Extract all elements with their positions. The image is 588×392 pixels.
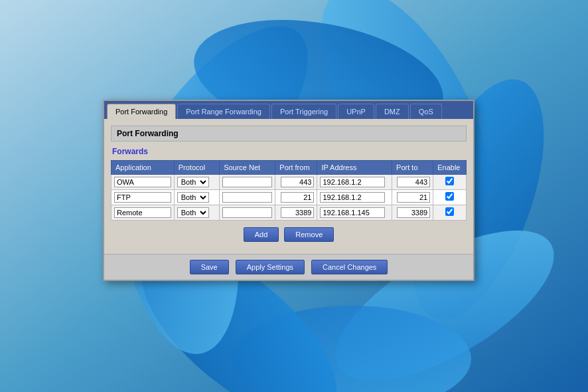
cell-ip-1 — [317, 175, 392, 190]
cell-ip-3 — [317, 205, 392, 221]
add-button[interactable]: Add — [244, 227, 279, 242]
add-remove-row: Add Remove — [111, 227, 467, 242]
select-protocol-1[interactable]: Both TCP UDP — [177, 177, 209, 187]
input-app-1[interactable] — [114, 177, 171, 187]
bottom-bar: Save Apply Settings Cancel Changes — [104, 254, 473, 280]
checkbox-enable-1[interactable] — [445, 177, 454, 185]
cell-protocol-2: Both TCP UDP — [174, 190, 219, 205]
cell-enable-2 — [433, 190, 467, 205]
input-portfrom-1[interactable] — [281, 177, 314, 187]
svg-point-4 — [232, 306, 471, 392]
tab-qos[interactable]: QoS — [410, 104, 442, 119]
remove-button[interactable]: Remove — [284, 227, 334, 242]
input-portfrom-2[interactable] — [281, 192, 314, 203]
cell-enable-1 — [433, 175, 467, 190]
cell-portto-1 — [392, 175, 433, 190]
cell-protocol-3: Both TCP UDP — [174, 205, 219, 221]
cell-app-2 — [111, 190, 175, 205]
col-header-enable: Enable — [433, 161, 467, 175]
col-header-port-from: Port from — [275, 161, 317, 175]
input-app-2[interactable] — [114, 192, 171, 203]
table-row: Both TCP UDP — [111, 205, 467, 221]
input-portto-2[interactable] — [397, 192, 430, 203]
cell-ip-2 — [317, 190, 392, 205]
input-portfrom-3[interactable] — [281, 207, 314, 218]
cell-app-1 — [111, 175, 175, 190]
tab-port-triggering[interactable]: Port Triggering — [271, 104, 336, 119]
cell-app-3 — [111, 205, 175, 221]
tab-bar: Port Forwarding Port Range Forwarding Po… — [104, 101, 473, 119]
input-srcnet-1[interactable] — [222, 177, 272, 187]
table-row: Both TCP UDP — [111, 190, 467, 205]
cell-enable-3 — [433, 205, 467, 221]
checkbox-enable-2[interactable] — [445, 192, 454, 201]
cell-srcnet-2 — [220, 190, 275, 205]
col-header-ip-address: IP Address — [317, 161, 392, 175]
input-portto-3[interactable] — [397, 207, 430, 218]
cell-portfrom-1 — [275, 175, 317, 190]
section-title: Port Forwarding — [111, 126, 467, 142]
forwards-label: Forwards — [111, 147, 467, 156]
save-button[interactable]: Save — [190, 260, 229, 274]
tab-port-range-forwarding[interactable]: Port Range Forwarding — [177, 104, 270, 119]
cell-portto-3 — [392, 205, 433, 221]
input-srcnet-2[interactable] — [222, 192, 272, 203]
input-srcnet-3[interactable] — [222, 207, 272, 218]
select-protocol-3[interactable]: Both TCP UDP — [177, 207, 209, 218]
col-header-port-to: Port to — [392, 161, 433, 175]
tab-dmz[interactable]: DMZ — [376, 104, 409, 119]
forwarding-table: Application Protocol Source Net Port fro… — [111, 160, 467, 221]
cell-protocol-1: Both TCP UDP — [174, 175, 219, 190]
tab-upnp[interactable]: UPnP — [338, 104, 374, 119]
input-portto-1[interactable] — [397, 177, 430, 187]
tab-port-forwarding[interactable]: Port Forwarding — [107, 104, 176, 119]
apply-settings-button[interactable]: Apply Settings — [236, 260, 305, 274]
input-ip-3[interactable] — [320, 207, 385, 218]
col-header-application: Application — [111, 161, 175, 175]
cell-portfrom-3 — [275, 205, 317, 221]
checkbox-enable-3[interactable] — [445, 207, 454, 216]
cell-portto-2 — [392, 190, 433, 205]
select-protocol-2[interactable]: Both TCP UDP — [177, 192, 209, 203]
cancel-changes-button[interactable]: Cancel Changes — [311, 260, 388, 274]
table-row: Both TCP UDP — [111, 175, 467, 190]
content-area: Port Forwarding Forwards Application Pro… — [104, 119, 473, 248]
cell-portfrom-2 — [275, 190, 317, 205]
input-ip-2[interactable] — [320, 192, 385, 203]
cell-srcnet-3 — [220, 205, 275, 221]
dialog-window: Port Forwarding Port Range Forwarding Po… — [103, 100, 475, 281]
col-header-source-net: Source Net — [220, 161, 275, 175]
input-ip-1[interactable] — [320, 177, 385, 187]
col-header-protocol: Protocol — [174, 161, 219, 175]
input-app-3[interactable] — [114, 207, 171, 218]
cell-srcnet-1 — [220, 175, 275, 190]
